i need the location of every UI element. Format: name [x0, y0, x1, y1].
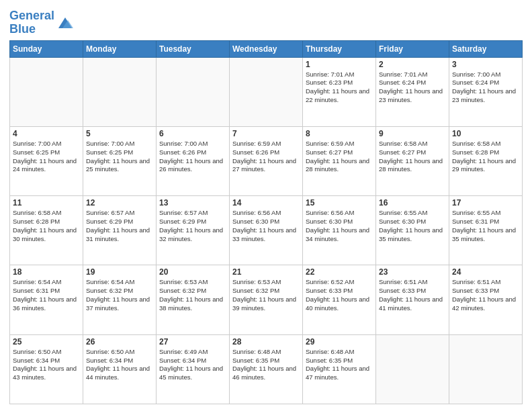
day-number-23: 23 — [379, 267, 446, 277]
header: General Blue — [9, 7, 523, 36]
page: General Blue Sunday Monday Tuesday Wedne… — [0, 0, 532, 411]
cell-w3-d3: 21Sunrise: 6:53 AM Sunset: 6:32 PM Dayli… — [230, 265, 303, 334]
day-info-11: Sunrise: 6:58 AM Sunset: 6:28 PM Dayligh… — [13, 209, 80, 243]
week-row-0: 1Sunrise: 7:01 AM Sunset: 6:23 PM Daylig… — [10, 57, 523, 126]
logo-general: General — [9, 9, 54, 22]
day-info-18: Sunrise: 6:54 AM Sunset: 6:31 PM Dayligh… — [13, 278, 80, 312]
day-number-6: 6 — [159, 129, 226, 138]
day-number-28: 28 — [232, 337, 300, 347]
day-number-3: 3 — [452, 60, 519, 69]
day-info-26: Sunrise: 6:50 AM Sunset: 6:34 PM Dayligh… — [86, 348, 153, 382]
col-friday: Friday — [376, 40, 449, 57]
day-info-29: Sunrise: 6:48 AM Sunset: 6:35 PM Dayligh… — [306, 348, 373, 382]
cell-w2-d5: 16Sunrise: 6:55 AM Sunset: 6:30 PM Dayli… — [376, 196, 449, 265]
cell-w1-d6: 10Sunrise: 6:58 AM Sunset: 6:28 PM Dayli… — [449, 126, 523, 195]
cell-w1-d1: 5Sunrise: 7:00 AM Sunset: 6:25 PM Daylig… — [83, 126, 157, 195]
cell-w4-d2: 27Sunrise: 6:49 AM Sunset: 6:34 PM Dayli… — [157, 334, 230, 404]
cell-w3-d4: 22Sunrise: 6:52 AM Sunset: 6:33 PM Dayli… — [303, 265, 376, 334]
calendar-body: 1Sunrise: 7:01 AM Sunset: 6:23 PM Daylig… — [10, 57, 523, 404]
logo-text: General Blue — [9, 9, 54, 36]
day-number-20: 20 — [159, 267, 226, 277]
cell-w4-d6 — [449, 334, 523, 404]
day-number-14: 14 — [232, 198, 300, 208]
day-info-3: Sunrise: 7:00 AM Sunset: 6:24 PM Dayligh… — [452, 71, 519, 105]
logo: General Blue — [9, 9, 75, 36]
day-info-17: Sunrise: 6:55 AM Sunset: 6:31 PM Dayligh… — [452, 209, 519, 243]
cell-w0-d5: 2Sunrise: 7:01 AM Sunset: 6:24 PM Daylig… — [376, 57, 449, 126]
day-info-25: Sunrise: 6:50 AM Sunset: 6:34 PM Dayligh… — [13, 348, 80, 382]
day-number-26: 26 — [86, 337, 153, 347]
day-number-21: 21 — [232, 267, 300, 277]
day-number-19: 19 — [86, 267, 153, 277]
cell-w0-d1 — [83, 57, 157, 126]
cell-w2-d1: 12Sunrise: 6:57 AM Sunset: 6:29 PM Dayli… — [83, 196, 157, 265]
day-info-1: Sunrise: 7:01 AM Sunset: 6:23 PM Dayligh… — [306, 71, 373, 105]
day-number-16: 16 — [379, 198, 446, 208]
day-number-13: 13 — [159, 198, 226, 208]
day-info-22: Sunrise: 6:52 AM Sunset: 6:33 PM Dayligh… — [306, 278, 373, 312]
cell-w4-d5 — [376, 334, 449, 404]
day-number-1: 1 — [306, 60, 373, 69]
calendar-table: Sunday Monday Tuesday Wednesday Thursday… — [9, 40, 523, 404]
week-row-4: 25Sunrise: 6:50 AM Sunset: 6:34 PM Dayli… — [10, 334, 523, 404]
cell-w4-d1: 26Sunrise: 6:50 AM Sunset: 6:34 PM Dayli… — [83, 334, 157, 404]
cell-w1-d4: 8Sunrise: 6:59 AM Sunset: 6:27 PM Daylig… — [303, 126, 376, 195]
col-wednesday: Wednesday — [230, 40, 303, 57]
day-info-27: Sunrise: 6:49 AM Sunset: 6:34 PM Dayligh… — [159, 348, 226, 382]
week-row-1: 4Sunrise: 7:00 AM Sunset: 6:25 PM Daylig… — [10, 126, 523, 195]
cell-w3-d2: 20Sunrise: 6:53 AM Sunset: 6:32 PM Dayli… — [157, 265, 230, 334]
cell-w4-d3: 28Sunrise: 6:48 AM Sunset: 6:35 PM Dayli… — [230, 334, 303, 404]
day-info-24: Sunrise: 6:51 AM Sunset: 6:33 PM Dayligh… — [452, 278, 519, 312]
day-info-21: Sunrise: 6:53 AM Sunset: 6:32 PM Dayligh… — [232, 278, 300, 312]
day-info-15: Sunrise: 6:56 AM Sunset: 6:30 PM Dayligh… — [306, 209, 373, 243]
col-thursday: Thursday — [303, 40, 376, 57]
day-number-9: 9 — [379, 129, 446, 138]
day-info-23: Sunrise: 6:51 AM Sunset: 6:33 PM Dayligh… — [379, 278, 446, 312]
day-number-4: 4 — [13, 129, 80, 138]
cell-w4-d4: 29Sunrise: 6:48 AM Sunset: 6:35 PM Dayli… — [303, 334, 376, 404]
cell-w1-d0: 4Sunrise: 7:00 AM Sunset: 6:25 PM Daylig… — [10, 126, 83, 195]
day-info-4: Sunrise: 7:00 AM Sunset: 6:25 PM Dayligh… — [13, 140, 80, 174]
cell-w3-d1: 19Sunrise: 6:54 AM Sunset: 6:32 PM Dayli… — [83, 265, 157, 334]
cell-w0-d0 — [10, 57, 83, 126]
logo-icon — [56, 13, 75, 32]
day-info-8: Sunrise: 6:59 AM Sunset: 6:27 PM Dayligh… — [306, 140, 373, 174]
day-info-7: Sunrise: 6:59 AM Sunset: 6:26 PM Dayligh… — [232, 140, 300, 174]
day-number-11: 11 — [13, 198, 80, 208]
day-info-14: Sunrise: 6:56 AM Sunset: 6:30 PM Dayligh… — [232, 209, 300, 243]
cell-w0-d6: 3Sunrise: 7:00 AM Sunset: 6:24 PM Daylig… — [449, 57, 523, 126]
day-info-16: Sunrise: 6:55 AM Sunset: 6:30 PM Dayligh… — [379, 209, 446, 243]
day-number-8: 8 — [306, 129, 373, 138]
day-info-9: Sunrise: 6:58 AM Sunset: 6:27 PM Dayligh… — [379, 140, 446, 174]
cell-w4-d0: 25Sunrise: 6:50 AM Sunset: 6:34 PM Dayli… — [10, 334, 83, 404]
day-number-5: 5 — [86, 129, 153, 138]
day-info-19: Sunrise: 6:54 AM Sunset: 6:32 PM Dayligh… — [86, 278, 153, 312]
cell-w0-d3 — [230, 57, 303, 126]
day-info-12: Sunrise: 6:57 AM Sunset: 6:29 PM Dayligh… — [86, 209, 153, 243]
cell-w1-d2: 6Sunrise: 7:00 AM Sunset: 6:26 PM Daylig… — [157, 126, 230, 195]
day-number-10: 10 — [452, 129, 519, 138]
col-saturday: Saturday — [449, 40, 523, 57]
day-info-5: Sunrise: 7:00 AM Sunset: 6:25 PM Dayligh… — [86, 140, 153, 174]
col-sunday: Sunday — [10, 40, 83, 57]
calendar-header-row: Sunday Monday Tuesday Wednesday Thursday… — [10, 40, 523, 57]
cell-w2-d6: 17Sunrise: 6:55 AM Sunset: 6:31 PM Dayli… — [449, 196, 523, 265]
day-number-22: 22 — [306, 267, 373, 277]
day-number-27: 27 — [159, 337, 226, 347]
day-number-29: 29 — [306, 337, 373, 347]
col-tuesday: Tuesday — [157, 40, 230, 57]
day-info-6: Sunrise: 7:00 AM Sunset: 6:26 PM Dayligh… — [159, 140, 226, 174]
cell-w3-d0: 18Sunrise: 6:54 AM Sunset: 6:31 PM Dayli… — [10, 265, 83, 334]
day-number-2: 2 — [379, 60, 446, 69]
cell-w3-d5: 23Sunrise: 6:51 AM Sunset: 6:33 PM Dayli… — [376, 265, 449, 334]
cell-w2-d0: 11Sunrise: 6:58 AM Sunset: 6:28 PM Dayli… — [10, 196, 83, 265]
day-info-13: Sunrise: 6:57 AM Sunset: 6:29 PM Dayligh… — [159, 209, 226, 243]
day-number-17: 17 — [452, 198, 519, 208]
cell-w0-d2 — [157, 57, 230, 126]
day-info-20: Sunrise: 6:53 AM Sunset: 6:32 PM Dayligh… — [159, 278, 226, 312]
day-info-28: Sunrise: 6:48 AM Sunset: 6:35 PM Dayligh… — [232, 348, 300, 382]
cell-w0-d4: 1Sunrise: 7:01 AM Sunset: 6:23 PM Daylig… — [303, 57, 376, 126]
cell-w1-d3: 7Sunrise: 6:59 AM Sunset: 6:26 PM Daylig… — [230, 126, 303, 195]
cell-w3-d6: 24Sunrise: 6:51 AM Sunset: 6:33 PM Dayli… — [449, 265, 523, 334]
col-monday: Monday — [83, 40, 157, 57]
